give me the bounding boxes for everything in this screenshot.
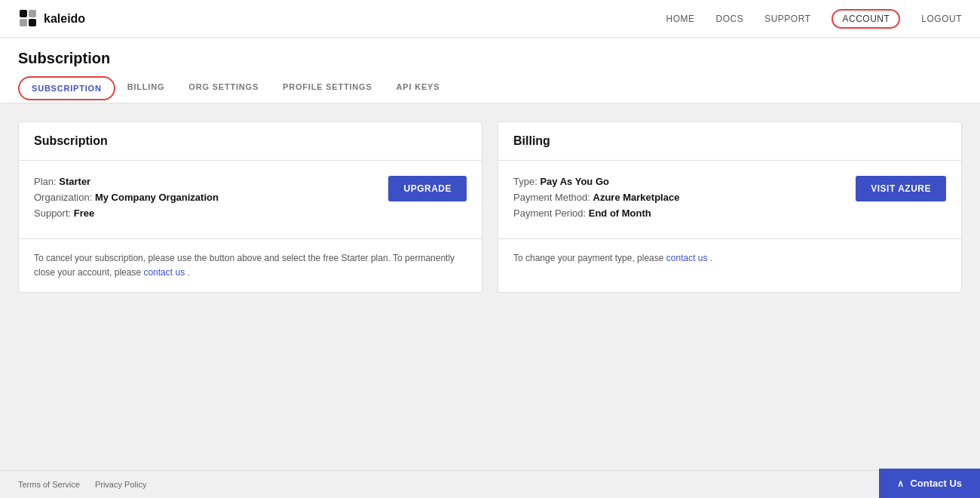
svg-rect-2 [20, 19, 27, 26]
footer-links: Terms of Service Privacy Policy [18, 480, 146, 489]
page-title: Subscription [18, 50, 962, 67]
header: kaleido HOME DOCS SUPPORT ACCOUNT LOGOUT [0, 0, 980, 38]
tab-bar: SUBSCRIPTION BILLING ORG SETTINGS PROFIL… [18, 76, 962, 103]
logo[interactable]: kaleido [18, 8, 85, 29]
type-row: Type: Pay As You Go [513, 176, 679, 187]
footer: Terms of Service Privacy Policy © Kaleid… [0, 470, 980, 498]
subscription-details-section: Plan: Starter Organization: My Company O… [19, 161, 482, 239]
nav-support[interactable]: SUPPORT [764, 14, 810, 24]
billing-card: Billing Type: Pay As You Go Payment Meth… [498, 121, 962, 293]
svg-rect-3 [29, 19, 36, 26]
main-content: Subscription Plan: Starter Organization:… [0, 103, 980, 470]
subscription-card-title: Subscription [19, 122, 482, 161]
support-row: Support: Free [34, 208, 219, 219]
nav-docs[interactable]: DOCS [716, 14, 744, 24]
method-value: Azure Marketplace [593, 192, 680, 203]
billing-details-section: Type: Pay As You Go Payment Method: Azur… [498, 161, 961, 239]
contact-us-label: Contact Us [910, 478, 962, 489]
svg-rect-1 [29, 10, 36, 17]
period-row: Payment Period: End of Month [513, 208, 679, 219]
contact-us-link-subscription[interactable]: contact us [143, 267, 185, 278]
upgrade-button[interactable]: UPGRADE [388, 176, 467, 201]
logo-icon [18, 8, 39, 29]
tab-billing[interactable]: BILLING [115, 76, 177, 103]
billing-card-title: Billing [498, 122, 961, 161]
chevron-up-icon: ∧ [897, 478, 904, 489]
nav-home[interactable]: HOME [666, 14, 695, 24]
tab-profile-settings[interactable]: PROFILE SETTINGS [271, 76, 384, 103]
nav-account[interactable]: ACCOUNT [831, 9, 900, 29]
org-value: My Company Organization [95, 192, 219, 203]
terms-of-service-link[interactable]: Terms of Service [18, 480, 80, 489]
plan-value: Starter [59, 176, 90, 187]
org-row: Organization: My Company Organization [34, 192, 219, 203]
svg-rect-0 [20, 10, 27, 17]
contact-us-link-billing[interactable]: contact us [666, 253, 708, 263]
main-nav: HOME DOCS SUPPORT ACCOUNT LOGOUT [666, 9, 962, 29]
billing-info: Type: Pay As You Go Payment Method: Azur… [513, 176, 679, 223]
contact-us-button[interactable]: ∧ Contact Us [879, 469, 980, 498]
subscription-card: Subscription Plan: Starter Organization:… [18, 121, 482, 293]
period-value: End of Month [589, 208, 651, 219]
support-value: Free [74, 208, 94, 219]
subscription-note: To cancel your subscription, please use … [19, 239, 482, 292]
nav-logout[interactable]: LOGOUT [921, 14, 962, 24]
type-value: Pay As You Go [540, 176, 609, 187]
tab-org-settings[interactable]: ORG SETTINGS [176, 76, 271, 103]
sub-header: Subscription SUBSCRIPTION BILLING ORG SE… [0, 38, 980, 103]
logo-text: kaleido [44, 12, 85, 26]
plan-row: Plan: Starter [34, 176, 219, 187]
subscription-info: Plan: Starter Organization: My Company O… [34, 176, 219, 223]
privacy-policy-link[interactable]: Privacy Policy [95, 480, 146, 489]
tab-subscription[interactable]: SUBSCRIPTION [18, 76, 115, 100]
method-row: Payment Method: Azure Marketplace [513, 192, 679, 203]
tab-api-keys[interactable]: API KEYS [384, 76, 452, 103]
billing-note: To change your payment type, please cont… [498, 239, 961, 278]
visit-azure-button[interactable]: VISIT AZURE [856, 176, 946, 201]
